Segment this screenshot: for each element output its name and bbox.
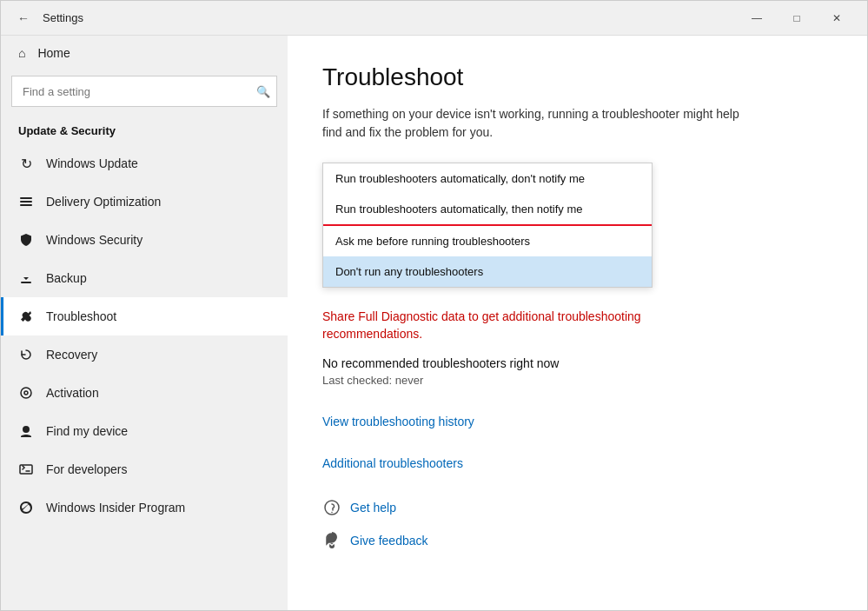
windows-insider-icon [18, 500, 34, 515]
search-icon[interactable]: 🔍 [256, 85, 270, 98]
windows-security-icon [18, 232, 34, 248]
sidebar-item-find-my-device[interactable]: Find my device [1, 412, 288, 450]
sidebar-item-recovery[interactable]: Recovery [1, 335, 288, 374]
delivery-optimization-icon [18, 194, 34, 209]
sidebar-item-label: Windows Security [46, 233, 142, 247]
help-section: Get help Give feedback [322, 498, 832, 550]
get-help-icon [322, 498, 341, 517]
sidebar-item-delivery-optimization[interactable]: Delivery Optimization [1, 183, 288, 221]
svg-rect-2 [20, 204, 32, 206]
view-history-link[interactable]: View troubleshooting history [322, 415, 832, 428]
troubleshoot-icon [18, 309, 34, 324]
find-my-device-icon [18, 423, 34, 439]
last-checked-text: Last checked: never [322, 374, 832, 387]
sidebar-item-for-developers[interactable]: For developers [1, 450, 288, 488]
window-controls: — □ ✕ [737, 1, 857, 36]
sidebar-item-troubleshoot[interactable]: Troubleshoot [1, 297, 288, 335]
backup-icon [18, 270, 34, 286]
minimize-button[interactable]: — [737, 1, 777, 36]
sidebar-section-title: Update & Security [1, 116, 288, 144]
sidebar-item-windows-insider-program[interactable]: Windows Insider Program [1, 488, 288, 527]
sidebar-item-label: Activation [46, 386, 99, 400]
get-help-label: Get help [350, 501, 396, 515]
activation-icon [18, 385, 34, 401]
sidebar-item-label: Windows Update [46, 156, 138, 170]
search-input[interactable] [11, 76, 277, 107]
dropdown-option-auto-notify[interactable]: Run troubleshooters automatically, then … [323, 194, 652, 226]
for-developers-icon [18, 462, 34, 477]
give-feedback-icon [322, 531, 341, 550]
search-container: 🔍 [11, 76, 277, 107]
dropdown-option-ask-before[interactable]: Ask me before running troubleshooters [323, 226, 652, 256]
dropdown-option-auto-no-notify[interactable]: Run troubleshooters automatically, don't… [323, 163, 652, 194]
give-feedback-label: Give feedback [350, 534, 428, 548]
sidebar-item-label: Troubleshoot [46, 309, 116, 323]
maximize-button[interactable]: □ [777, 1, 817, 36]
page-description: If something on your device isn't workin… [322, 105, 757, 142]
sidebar-item-label: Windows Insider Program [46, 501, 185, 515]
svg-rect-0 [20, 197, 32, 199]
settings-window: ← Settings — □ ✕ ⌂ Home 🔍 Update & Secur… [0, 0, 868, 611]
sidebar-item-activation[interactable]: Activation [1, 374, 288, 412]
sidebar-item-backup[interactable]: Backup [1, 259, 288, 297]
home-label: Home [37, 46, 70, 60]
recovery-icon [18, 347, 34, 362]
sidebar-item-label: Delivery Optimization [46, 195, 161, 209]
sidebar-item-label: For developers [46, 462, 127, 476]
page-title: Troubleshoot [322, 63, 832, 91]
sidebar-item-home[interactable]: ⌂ Home [1, 36, 288, 70]
sidebar-item-label: Backup [46, 271, 87, 285]
window-title: Settings [43, 11, 83, 24]
sidebar-item-label: Find my device [46, 424, 128, 438]
svg-rect-3 [21, 282, 31, 283]
content-area: Troubleshoot If something on your device… [288, 36, 867, 610]
svg-point-8 [331, 512, 333, 514]
back-button[interactable]: ← [11, 6, 36, 30]
no-recommended-text: No recommended troubleshooters right now [322, 356, 832, 370]
dropdown-option-dont-run[interactable]: Don't run any troubleshooters [323, 256, 652, 287]
close-button[interactable]: ✕ [817, 1, 857, 36]
windows-update-icon: ↻ [18, 156, 34, 171]
svg-point-5 [24, 391, 28, 395]
sidebar-item-windows-update[interactable]: ↻ Windows Update [1, 144, 288, 183]
svg-rect-6 [20, 465, 32, 474]
sidebar-item-label: Recovery [46, 348, 97, 362]
troubleshoot-dropdown: Run troubleshooters automatically, don't… [322, 163, 653, 288]
share-diagnostic-link[interactable]: Share Full Diagnostic data to get additi… [322, 309, 687, 342]
svg-rect-1 [20, 201, 32, 203]
svg-point-4 [21, 388, 31, 398]
home-icon: ⌂ [18, 46, 25, 60]
get-help-link[interactable]: Get help [322, 498, 832, 517]
sidebar: ⌂ Home 🔍 Update & Security ↻ Windows Upd… [1, 36, 288, 610]
sidebar-item-windows-security[interactable]: Windows Security [1, 221, 288, 259]
additional-troubleshooters-link[interactable]: Additional troubleshooters [322, 456, 832, 470]
give-feedback-link[interactable]: Give feedback [322, 531, 832, 550]
dropdown-list: Run troubleshooters automatically, don't… [322, 163, 653, 288]
main-layout: ⌂ Home 🔍 Update & Security ↻ Windows Upd… [1, 36, 867, 610]
titlebar: ← Settings — □ ✕ [1, 1, 867, 36]
